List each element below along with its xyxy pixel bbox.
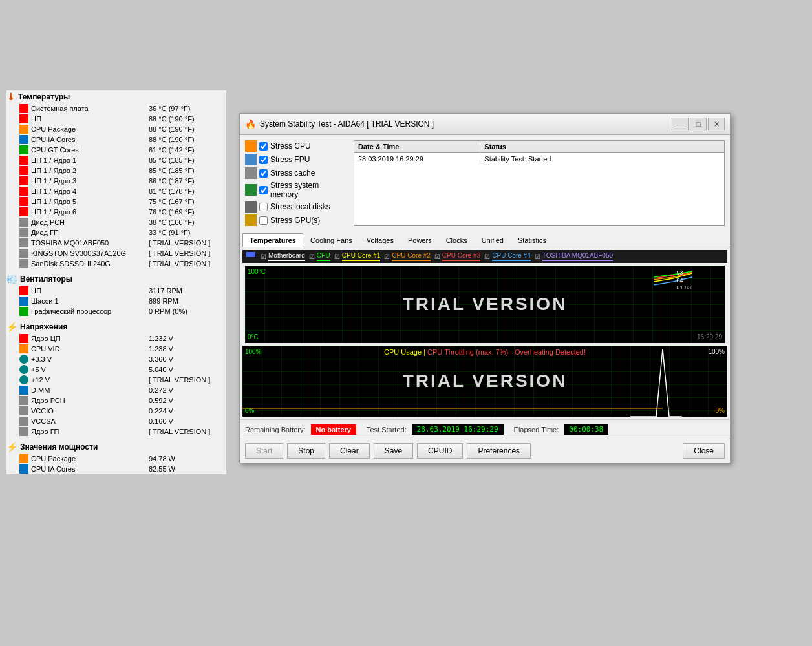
- option-stress-gpu[interactable]: Stress GPU(s): [245, 214, 348, 226]
- option-icon-fpu: [245, 154, 257, 165]
- status-table: Date & Time Status 28.03.2019 16:29:29 S…: [354, 140, 725, 226]
- volt-row-pch: Ядро РСН 0.592 V: [6, 395, 226, 406]
- option-icon-disks: [245, 201, 257, 213]
- temp-trial-watermark: TRIAL VERSION: [403, 294, 568, 315]
- left-panel: 🌡 Температуры Системная плата 36 °C (97 …: [6, 90, 226, 474]
- stop-button[interactable]: Stop: [287, 443, 325, 459]
- legend-check-cpu: ☑: [309, 253, 315, 260]
- start-button[interactable]: Start: [245, 443, 283, 459]
- close-window-button[interactable]: ✕: [708, 118, 725, 130]
- volt-row-vccio: VCCIO 0.224 V: [6, 406, 226, 416]
- power-icon-cpu-package: [19, 454, 28, 463]
- option-label-memory: Stress system memory: [270, 181, 348, 199]
- volt-icon-core-cpu: [19, 334, 28, 343]
- temp-row-core2: ЦП 1 / Ядро 2 85 °C (185 °F): [6, 165, 226, 176]
- option-label-disks: Stress local disks: [270, 202, 330, 211]
- battery-label: Remaining Battery:: [245, 426, 306, 433]
- tab-cooling-fans[interactable]: Cooling Fans: [303, 233, 359, 247]
- tab-unified[interactable]: Unified: [475, 233, 511, 247]
- status-table-header: Date & Time Status: [354, 141, 724, 153]
- temp-row-cpu: ЦП 88 °C (190 °F): [6, 114, 226, 124]
- clear-button[interactable]: Clear: [329, 443, 370, 459]
- fan-icon-cpu: [19, 286, 28, 295]
- checkbox-stress-disks[interactable]: [259, 203, 268, 211]
- tab-statistics[interactable]: Statistics: [511, 233, 553, 247]
- volt-row-3v3: +3.3 V 3.360 V: [6, 354, 226, 364]
- legend-core2: ☑ CPU Core #2: [384, 252, 430, 261]
- volt-icon-gpu: [19, 427, 28, 436]
- volt-icon-vccio: [19, 406, 28, 415]
- legend-check-core1: ☑: [334, 253, 340, 260]
- temp-row-cpu-gt-cores: CPU GT Cores 61 °C (142 °F): [6, 145, 226, 155]
- option-stress-disks[interactable]: Stress local disks: [245, 201, 348, 213]
- volt-icon-5v: [19, 365, 28, 374]
- legend-label-motherboard: Motherboard: [268, 252, 305, 261]
- legend-toshiba: ☑ TOSHIBA MQ01ABF050: [535, 252, 613, 261]
- tab-powers[interactable]: Powers: [401, 233, 439, 247]
- fan-row-chassis: Шасси 1 899 RPM: [6, 296, 226, 306]
- title-bar-buttons: — □ ✕: [672, 118, 725, 130]
- volt-icon-vccsa: [19, 417, 28, 426]
- cpu-throttle-label: CPU Throttling (max: 7%) - Overheating D…: [427, 348, 586, 356]
- section-power: ⚡ Значения мощности: [6, 441, 226, 453]
- close-button[interactable]: Close: [683, 443, 725, 459]
- option-icon-memory: [245, 184, 257, 196]
- temp-row-diode-gpu: Диод ГП 33 °C (91 °F): [6, 227, 226, 238]
- elapsed-value: 00:00:38: [564, 424, 608, 435]
- window-title: System Stability Test - AIDA64 [ TRIAL V…: [260, 120, 434, 129]
- elapsed-label: Elapsed Time:: [514, 426, 559, 433]
- legend-cpu: ☑ CPU: [309, 252, 330, 261]
- temp-row-sandisk: SanDisk SDSSDHII240G [ TRIAL VERSION ]: [6, 258, 226, 269]
- legend-label-core4: CPU Core #4: [492, 252, 530, 261]
- tab-temperatures[interactable]: Temperatures: [242, 233, 303, 247]
- volt-icon-cpu-vid: [19, 344, 28, 353]
- cpuid-button[interactable]: CPUID: [417, 443, 463, 459]
- legend-core1: ☑ CPU Core #1: [334, 252, 380, 261]
- temp-chart: 100°C 0°C 16:29:29 TRIAL VERSION 93 84 8…: [245, 266, 725, 343]
- option-label-cache: Stress cache: [270, 169, 315, 178]
- checkbox-stress-cache[interactable]: [259, 169, 268, 178]
- temp-icon-kingston: [19, 249, 28, 258]
- legend-check-toshiba: ☑: [535, 253, 540, 260]
- temp-chart-max-label: 100°C: [248, 268, 266, 275]
- cpu-chart-header: CPU Usage | CPU Throttling (max: 7%) - O…: [384, 348, 586, 356]
- temp-row-core4: ЦП 1 / Ядро 4 81 °C (178 °F): [6, 186, 226, 196]
- tab-voltages[interactable]: Voltages: [359, 233, 401, 247]
- legend-label-core1: CPU Core #1: [342, 252, 380, 261]
- volt-row-vccsa: VCCSA 0.160 V: [6, 416, 226, 426]
- minimize-button[interactable]: —: [672, 118, 689, 130]
- option-stress-memory[interactable]: Stress system memory: [245, 181, 348, 199]
- checkbox-stress-fpu[interactable]: [259, 156, 268, 164]
- option-label-cpu: Stress CPU: [270, 141, 311, 151]
- volt-icon-pch: [19, 396, 28, 405]
- volt-icon-dimm: [19, 386, 28, 395]
- checkbox-stress-gpu[interactable]: [259, 216, 268, 225]
- temp-row-core3: ЦП 1 / Ядро 3 86 °C (187 °F): [6, 176, 226, 186]
- option-icon-cache: [245, 167, 257, 179]
- legend-selected-bar: [246, 252, 255, 257]
- checkbox-stress-memory[interactable]: [259, 186, 268, 194]
- preferences-button[interactable]: Preferences: [467, 443, 531, 459]
- option-stress-cpu[interactable]: Stress CPU: [245, 140, 348, 152]
- temp-chart-min-label: 0°C: [248, 333, 259, 340]
- temp-row-toshiba: TOSHIBA MQ01ABF050 [ TRIAL VERSION ]: [6, 238, 226, 248]
- option-stress-fpu[interactable]: Stress FPU: [245, 154, 348, 165]
- temp-icon-diode-gpu: [19, 228, 28, 237]
- temp-icon-core2: [19, 166, 28, 175]
- temp-chart-right-vals: 93 84 81 83: [676, 269, 691, 292]
- cpu-chart-100-label: 100%: [245, 348, 262, 355]
- legend-check-core2: ☑: [384, 253, 390, 260]
- option-stress-cache[interactable]: Stress cache: [245, 167, 348, 179]
- volt-row-core-cpu: Ядро ЦП 1.232 V: [6, 333, 226, 344]
- checkbox-stress-cpu[interactable]: [259, 142, 268, 151]
- tab-clocks[interactable]: Clocks: [439, 233, 475, 247]
- maximize-button[interactable]: □: [690, 118, 707, 130]
- temp-icon-core5: [19, 197, 28, 206]
- temp-row-core5: ЦП 1 / Ядро 5 75 °C (167 °F): [6, 196, 226, 207]
- save-button[interactable]: Save: [374, 443, 413, 459]
- volt-icon-12v: [19, 375, 28, 384]
- cpu-chart: CPU Usage | CPU Throttling (max: 7%) - O…: [242, 346, 727, 417]
- legend-check-core3: ☑: [434, 253, 440, 260]
- power-row-cpu-package: CPU Package 94.78 W: [6, 453, 226, 464]
- cpu-usage-label: CPU Usage: [384, 348, 422, 356]
